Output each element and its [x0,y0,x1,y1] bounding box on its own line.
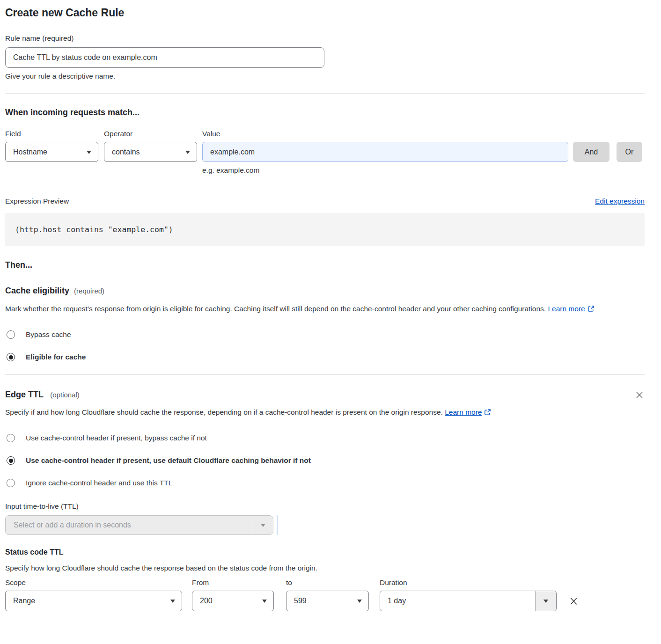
value-input[interactable] [202,142,568,162]
ttl-input-label: Input time-to-live (TTL) [5,502,645,511]
scope-label: Scope [5,578,192,587]
external-link-icon [588,303,595,316]
edge-ttl-description-text: Specify if and how long Cloudflare shoul… [5,408,443,416]
edge-ttl-heading: Edge TTL [5,390,44,399]
edge-ttl-heading-group: Edge TTL (optional) [5,390,80,400]
chevron-down-icon [543,600,548,603]
radio-label: Use cache-control header if present, byp… [26,434,207,442]
value-hint: e.g. example.com [5,166,645,175]
cache-eligibility-qualifier: (required) [74,287,104,295]
ttl-select-placeholder: Select or add a duration in seconds [6,521,131,529]
chevron-down-icon [261,524,265,527]
chevron-down-icon [357,600,362,603]
from-label: From [192,578,286,587]
chevron-down-icon [87,151,91,154]
ttl-duration-select-disabled: Select or add a duration in seconds [5,515,273,535]
edge-ttl-close-button[interactable] [634,390,645,400]
edge-ttl-description: Specify if and how long Cloudflare shoul… [5,406,520,420]
status-code-labels-row: Scope From to Duration [5,578,645,587]
to-select-value: 599 [294,597,307,605]
radio-selected-icon [7,456,15,465]
close-icon [569,600,579,607]
or-button[interactable]: Or [617,142,642,162]
rule-name-input[interactable] [5,47,324,68]
match-labels-row: Field Operator Value [5,130,645,138]
from-select-value: 200 [200,597,213,605]
chevron-down-icon [170,600,175,603]
edge-ttl-learn-more-link[interactable]: Learn more [445,408,482,416]
scope-select[interactable]: Range [5,591,182,611]
field-select[interactable]: Hostname [5,142,98,162]
operator-label: Operator [104,130,202,138]
operator-select[interactable]: contains [104,142,197,162]
radio-icon [7,330,15,339]
and-button[interactable]: And [573,142,610,162]
external-link-icon [484,407,491,420]
cache-eligibility-description-text: Mark whether the request’s response from… [5,305,546,313]
then-heading: Then... [5,260,645,270]
rule-name-label: Rule name (required) [5,34,645,43]
edge-ttl-heading-row: Edge TTL (optional) [5,390,645,400]
section-divider [5,94,645,94]
expression-code-block: (http.host contains "example.com") [5,213,645,246]
edge-ttl-qualifier: (optional) [50,391,80,399]
radio-bypass-cache[interactable]: Bypass cache [5,330,645,339]
cache-eligibility-heading-row: Cache eligibility (required) [5,286,645,296]
duration-select-arrow-box [535,591,556,611]
radio-label: Eligible for cache [26,353,86,361]
match-section-heading: When incoming requests match... [5,108,645,117]
close-icon [635,394,644,401]
radio-label: Use cache-control header if present, use… [26,456,311,465]
status-code-ttl-heading: Status code TTL [5,548,645,556]
section-divider [5,374,645,375]
radio-label: Bypass cache [26,330,71,339]
status-code-ttl-description: Specify how long Cloudflare should cache… [5,564,645,572]
create-cache-rule-form: Create new Cache Rule Rule name (require… [0,0,661,625]
chevron-down-icon [185,151,190,154]
field-select-value: Hostname [13,148,47,156]
from-select[interactable]: 200 [192,591,274,611]
radio-icon [7,434,15,442]
chevron-down-icon [262,600,267,603]
operator-select-value: contains [112,148,140,156]
cache-eligibility-description: Mark whether the request’s response from… [5,302,645,316]
expression-preview-row: Expression Preview Edit expression [5,197,645,205]
cache-eligibility-heading: Cache eligibility [5,286,69,296]
page-title: Create new Cache Rule [5,7,645,19]
to-label: to [286,578,380,587]
duration-label: Duration [380,578,407,587]
rule-name-helper: Give your rule a descriptive name. [5,72,645,80]
radio-use-header-bypass[interactable]: Use cache-control header if present, byp… [5,434,645,442]
field-label: Field [5,130,104,138]
radio-icon [7,479,15,487]
ttl-select-wrap: Select or add a duration in seconds [5,515,645,535]
status-code-controls-row: Range 200 599 1 day [5,591,645,611]
ttl-input-caret [277,515,278,535]
scope-select-value: Range [13,597,35,605]
cache-eligibility-learn-more-link[interactable]: Learn more [548,305,585,313]
ttl-select-arrow-box [253,516,273,534]
radio-use-header-default[interactable]: Use cache-control header if present, use… [5,456,645,465]
duration-select[interactable]: 1 day [380,591,557,611]
match-controls-row: Hostname contains And Or [5,142,645,162]
delete-status-code-row-button[interactable] [568,595,580,607]
radio-selected-icon [7,353,15,361]
duration-select-value: 1 day [388,597,406,605]
radio-eligible-for-cache[interactable]: Eligible for cache [5,353,645,361]
value-label: Value [202,130,220,138]
radio-label: Ignore cache-control header and use this… [26,479,172,487]
expression-preview-label: Expression Preview [5,197,69,205]
radio-ignore-header-use-ttl[interactable]: Ignore cache-control header and use this… [5,479,645,487]
to-select[interactable]: 599 [286,591,369,611]
expression-code: (http.host contains "example.com") [15,225,173,234]
edit-expression-link[interactable]: Edit expression [595,197,645,205]
